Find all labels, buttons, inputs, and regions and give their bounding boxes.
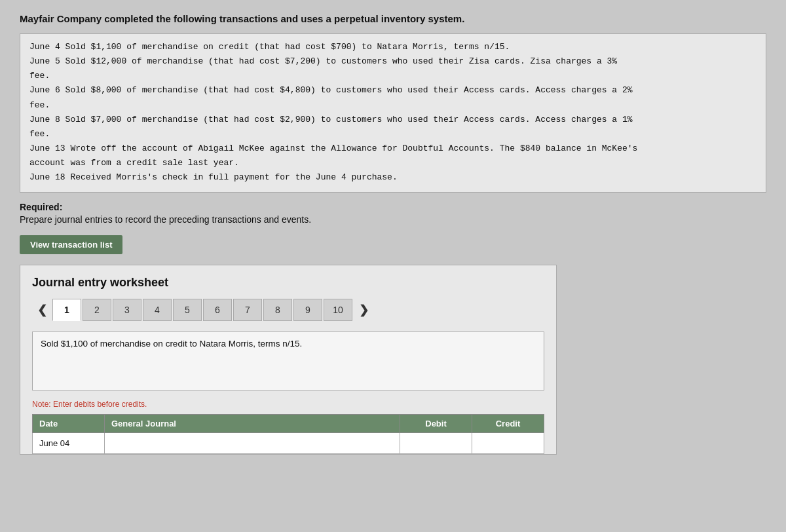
tab-2[interactable]: 2	[83, 299, 111, 321]
row-credit-input[interactable]	[472, 433, 544, 454]
row-journal-input[interactable]	[105, 433, 400, 454]
tab-1[interactable]: 1	[52, 299, 81, 321]
header-credit: Credit	[472, 415, 544, 433]
transactions-box: June 4 Sold $1,100 of merchandise on cre…	[20, 33, 766, 193]
transaction-line-3: fee.	[29, 69, 757, 83]
transaction-line-9: account was from a credit sale last year…	[29, 157, 757, 170]
debit-input[interactable]	[407, 438, 465, 448]
journal-card: Journal entry worksheet ❮ 1 2 3 4 5 6 7 …	[20, 265, 557, 455]
tab-prev-arrow[interactable]: ❮	[32, 300, 52, 320]
transaction-line-8: June 13 Wrote off the account of Abigail…	[29, 142, 757, 155]
header-date: Date	[33, 415, 105, 433]
view-transaction-list-button[interactable]: View transaction list	[20, 235, 122, 254]
intro-text: Mayfair Company completed the following …	[20, 13, 766, 24]
tab-6[interactable]: 6	[203, 299, 232, 321]
note-text: Note: Enter debits before credits.	[32, 400, 544, 409]
view-btn-row: View transaction list	[20, 235, 766, 254]
table-row: June 04	[33, 433, 544, 454]
required-desc: Prepare journal entries to record the pr…	[20, 214, 766, 225]
transaction-line-5: fee.	[29, 99, 757, 112]
transaction-line-1: June 4 Sold $1,100 of merchandise on cre…	[29, 41, 757, 54]
transaction-line-6: June 8 Sold $7,000 of merchandise (that …	[29, 113, 757, 126]
tab-navigation: ❮ 1 2 3 4 5 6 7 8 9 10 ❯	[32, 299, 544, 321]
tab-10[interactable]: 10	[324, 299, 352, 321]
transaction-description: Sold $1,100 of merchandise on credit to …	[32, 332, 544, 390]
transaction-line-2: June 5 Sold $12,000 of merchandise (that…	[29, 55, 757, 68]
tab-7[interactable]: 7	[233, 299, 262, 321]
header-general-journal: General Journal	[105, 415, 400, 433]
required-title: Required:	[20, 202, 766, 212]
tab-4[interactable]: 4	[143, 299, 172, 321]
tab-5[interactable]: 5	[173, 299, 202, 321]
header-debit: Debit	[400, 415, 472, 433]
journal-text-input[interactable]	[111, 438, 393, 448]
journal-worksheet-title: Journal entry worksheet	[32, 276, 544, 290]
journal-table: Date General Journal Debit Credit June 0…	[32, 414, 544, 454]
transaction-line-10: June 18 Received Morris's check in full …	[29, 171, 757, 184]
tab-3[interactable]: 3	[113, 299, 141, 321]
row-date: June 04	[33, 433, 105, 454]
page-container: Mayfair Company completed the following …	[0, 0, 786, 532]
row-debit-input[interactable]	[400, 433, 472, 454]
transaction-line-7: fee.	[29, 128, 757, 141]
required-section: Required: Prepare journal entries to rec…	[20, 202, 766, 225]
tab-next-arrow[interactable]: ❯	[354, 300, 374, 320]
tab-9[interactable]: 9	[293, 299, 322, 321]
tab-8[interactable]: 8	[263, 299, 292, 321]
credit-input[interactable]	[479, 438, 537, 448]
transaction-line-4: June 6 Sold $8,000 of merchandise (that …	[29, 84, 757, 97]
